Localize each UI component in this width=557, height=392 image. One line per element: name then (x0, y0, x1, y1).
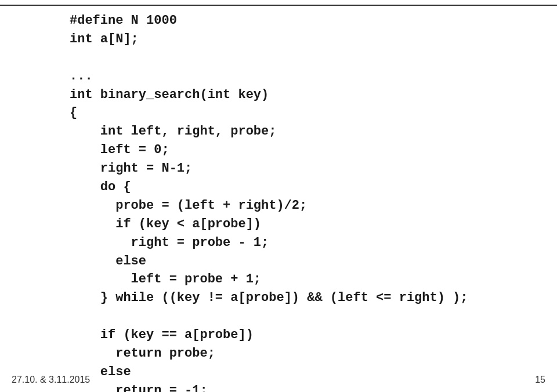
footer-date: 27.10. & 3.11.2015 (12, 375, 90, 385)
code-line: left = probe + 1; (70, 270, 534, 289)
code-line: do { (70, 178, 534, 197)
code-line: if (key == a[probe]) (70, 326, 534, 344)
footer-page: 15 (535, 375, 545, 385)
slide: #define N 1000 int a[N]; ... int binary_… (0, 0, 557, 392)
slide-footer: 27.10. & 3.11.2015 15 (0, 375, 557, 385)
code-line: return probe; (70, 344, 534, 363)
code-line (70, 307, 534, 326)
code-line: right = probe - 1; (70, 234, 534, 252)
code-line: else (70, 252, 534, 271)
code-line: { (70, 104, 534, 122)
code-line: int binary_search(int key) (70, 86, 534, 104)
code-line: ... (70, 67, 534, 86)
code-line: if (key < a[probe]) (70, 215, 534, 234)
code-line: #define N 1000 (70, 12, 534, 30)
code-line: } while ((key != a[probe]) && (left <= r… (70, 289, 534, 307)
code-line: left = 0; (70, 141, 534, 159)
code-line: probe = (left + right)/2; (70, 197, 534, 215)
code-line (70, 49, 534, 67)
code-line: int a[N]; (70, 30, 534, 49)
code-line: int left, right, probe; (70, 122, 534, 141)
code-block: #define N 1000 int a[N]; ... int binary_… (70, 12, 534, 392)
top-divider (0, 5, 557, 6)
code-line: right = N-1; (70, 159, 534, 178)
